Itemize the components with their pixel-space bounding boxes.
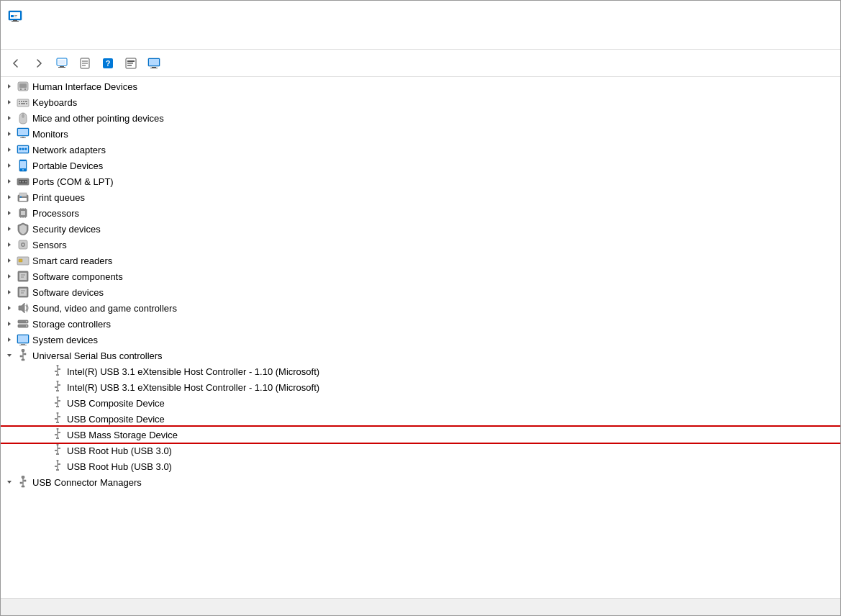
item-label-usb-composite-1: USB Composite Device [67,398,165,409]
svg-rect-56 [20,161,26,168]
svg-marker-30 [8,100,11,104]
tree-item-software-components[interactable]: Software components [1,268,840,284]
tree-item-storage-ctrl[interactable]: Storage controllers [1,316,840,332]
item-label-usb-root-1: USB Root Hub (USB 3.0) [67,445,172,456]
expand-icon-usb-connector[interactable] [4,476,15,488]
tree-item-usb-child-1[interactable]: Intel(R) USB 3.1 eXtensible Host Control… [1,363,840,379]
tree-item-system[interactable]: System devices [1,332,840,348]
svg-marker-42 [8,132,11,136]
item-icon-usb-controllers [17,349,29,362]
tree-item-human-interface[interactable]: Human Interface Devices [1,78,840,94]
expand-icon-usb-child-2[interactable] [38,381,50,393]
expand-icon-portable[interactable] [4,160,15,171]
help-button[interactable]: ? [97,53,119,73]
menu-file[interactable] [4,37,18,42]
tree-item-usb-controllers[interactable]: Universal Serial Bus controllers [1,348,840,363]
item-icon-sound [17,302,29,314]
menu-help[interactable] [47,37,61,42]
expand-icon-software-components[interactable] [4,271,15,282]
svg-marker-103 [8,338,11,342]
menu-view[interactable] [32,37,47,42]
svg-point-82 [22,244,24,246]
menu-action[interactable] [18,37,32,42]
tree-item-portable[interactable]: Portable Devices [1,158,840,173]
svg-rect-71 [21,211,25,215]
expand-icon-usb-controllers[interactable] [4,350,15,361]
item-icon-portable [17,159,29,172]
item-label-human-interface: Human Interface Devices [32,81,137,92]
tree-item-sensors[interactable]: Sensors [1,237,840,253]
expand-icon-usb-child-1[interactable] [38,366,50,377]
forward-button[interactable] [28,53,50,73]
expand-icon-smartcard[interactable] [4,255,15,266]
tree-item-network[interactable]: Network adapters [1,142,840,158]
svg-rect-19 [127,63,133,64]
item-icon-smartcard [17,254,29,267]
expand-icon-network[interactable] [4,144,15,155]
back-icon [10,58,22,69]
svg-rect-18 [127,60,135,62]
svg-marker-54 [8,163,11,168]
tree-item-usb-connector[interactable]: USB Connector Managers [1,474,840,490]
expand-icon-sensors[interactable] [4,239,15,250]
maximize-button[interactable] [764,6,797,26]
close-button[interactable] [799,6,832,26]
tree-item-smartcard[interactable]: Smart card readers [1,253,840,268]
item-label-processors: Processors [32,208,79,219]
tree-item-usb-composite-1[interactable]: USB Composite Device [1,395,840,411]
tree-item-ports[interactable]: Ports (COM & LPT) [1,173,840,189]
window-controls [729,6,832,26]
expand-icon-print[interactable] [4,191,15,203]
item-icon-software-components [17,270,29,283]
svg-rect-88 [19,273,27,280]
expand-icon-usb-root-1[interactable] [38,445,50,456]
expand-icon-sound[interactable] [4,302,15,314]
tree-item-security[interactable]: Security devices [1,221,840,237]
item-label-usb-composite-2: USB Composite Device [67,414,165,425]
tree-item-usb-child-2[interactable]: Intel(R) USB 3.1 eXtensible Host Control… [1,379,840,395]
tree-item-monitors[interactable]: Monitors [1,126,840,142]
tree-item-usb-root-2[interactable]: USB Root Hub (USB 3.0) [1,458,840,474]
svg-rect-37 [21,103,25,104]
properties-button[interactable] [74,53,96,73]
tree-item-usb-root-1[interactable]: USB Root Hub (USB 3.0) [1,443,840,458]
status-bar [1,598,840,615]
svg-rect-10 [58,67,65,68]
svg-rect-5 [14,15,17,16]
tree-item-keyboards[interactable]: Keyboards [1,94,840,110]
tree-item-processors[interactable]: Processors [1,205,840,221]
device-tree[interactable]: Human Interface DevicesKeyboardsMice and… [1,77,840,598]
expand-icon-mice[interactable] [4,112,15,124]
tree-item-usb-mass-storage[interactable]: USB Mass Storage Device [1,427,840,443]
back-button[interactable] [5,53,27,73]
menu-bar [1,30,840,50]
expand-icon-ports[interactable] [4,176,15,187]
expand-icon-processors[interactable] [4,207,15,219]
expand-icon-monitors[interactable] [4,128,15,140]
expand-icon-keyboards[interactable] [4,96,15,108]
expand-icon-system[interactable] [4,334,15,345]
expand-button[interactable] [120,53,142,73]
tree-item-print[interactable]: Print queues [1,189,840,205]
item-icon-print [17,191,29,204]
tree-item-mice[interactable]: Mice and other pointing devices [1,110,840,126]
expand-icon-security[interactable] [4,223,15,235]
expand-icon-usb-root-2[interactable] [38,461,50,472]
expand-icon-software-devices[interactable] [4,286,15,298]
expand-icon-usb-mass-storage[interactable] [38,429,50,440]
tree-item-sound[interactable]: Sound, video and game controllers [1,300,840,316]
expand-icon-human-interface[interactable] [4,81,15,92]
expand-icon-usb-composite-1[interactable] [38,397,50,409]
monitor-button[interactable] [143,53,165,73]
item-label-usb-connector: USB Connector Managers [32,477,142,488]
tree-item-usb-composite-2[interactable]: USB Composite Device [1,411,840,427]
item-icon-storage-ctrl [17,317,29,330]
item-icon-usb-mass-storage [51,428,64,441]
tree-item-software-devices[interactable]: Software devices [1,284,840,300]
svg-point-127 [57,444,59,446]
device-manager-view-button[interactable] [51,53,73,73]
expand-icon-usb-composite-2[interactable] [38,413,50,425]
minimize-button[interactable] [729,6,763,26]
expand-icon-storage-ctrl[interactable] [4,318,15,330]
svg-rect-67 [19,198,27,201]
